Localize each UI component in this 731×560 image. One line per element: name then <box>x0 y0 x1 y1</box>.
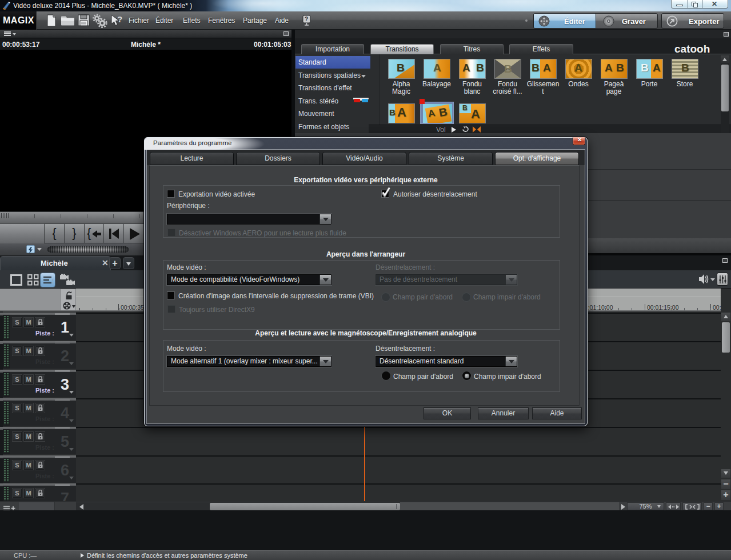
svg-text:B: B <box>504 63 512 75</box>
svg-text:?: ? <box>117 14 122 24</box>
svg-text:?: ? <box>305 16 308 22</box>
